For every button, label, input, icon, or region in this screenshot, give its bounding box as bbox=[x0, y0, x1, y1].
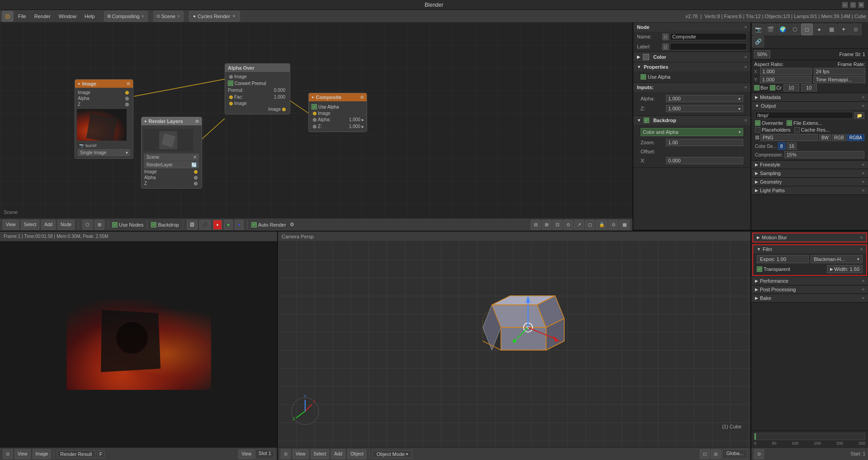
prop-icon-data[interactable]: ◻ bbox=[801, 24, 813, 35]
performance-header[interactable]: ▶ Performance ≡ bbox=[751, 277, 868, 285]
image-node-mode[interactable]: Single Image ▾ bbox=[75, 149, 133, 156]
ne-right-icon-4[interactable]: ⊙ bbox=[563, 220, 573, 230]
ne-icon-3[interactable]: ● bbox=[213, 220, 222, 230]
auto-render-check[interactable]: ✓ bbox=[251, 222, 257, 228]
menu-render[interactable]: Render bbox=[31, 11, 54, 22]
iv-view-btn[interactable]: View bbox=[14, 449, 31, 459]
ne-icon-4[interactable]: ● bbox=[224, 220, 233, 230]
vp-rt-2[interactable]: ◎ bbox=[711, 449, 721, 459]
iv-icon[interactable]: ⊙ bbox=[3, 449, 13, 459]
prop-icon-object[interactable]: ⬡ bbox=[789, 24, 801, 35]
ne-add-btn[interactable]: Add bbox=[41, 220, 56, 230]
use-nodes-check[interactable]: ✓ bbox=[112, 222, 118, 228]
ne-icon-5[interactable]: ● bbox=[235, 220, 244, 230]
placeholders-check[interactable] bbox=[755, 127, 760, 133]
rl-scene-dropdown[interactable]: Scene ✕ bbox=[144, 154, 199, 161]
depth-16-btn[interactable]: 16 bbox=[787, 142, 797, 150]
sampling-header[interactable]: ▶ Sampling ≡ bbox=[751, 169, 868, 177]
node-name-input[interactable] bbox=[670, 33, 747, 40]
window-controls[interactable]: ─ □ ✕ bbox=[842, 2, 864, 8]
vp-mode-dropdown[interactable]: Object Mode ▾ bbox=[373, 450, 412, 458]
node-label-input[interactable] bbox=[670, 43, 747, 50]
auto-render-toggle[interactable]: ✓ Auto Render bbox=[251, 222, 286, 228]
comp-z-val[interactable]: 1.000 bbox=[348, 123, 362, 129]
viewport-content[interactable]: X Y Z (1) Cube bbox=[278, 242, 750, 447]
prop-icon-texture[interactable]: ▦ bbox=[826, 24, 837, 35]
ne-mode-icon-1[interactable]: ⬡ bbox=[82, 220, 93, 230]
prop-icon-physics[interactable]: ⊙ bbox=[850, 24, 862, 35]
ne-right-icon-1[interactable]: ⊟ bbox=[531, 220, 541, 230]
convert-check[interactable]: ✓ bbox=[228, 81, 233, 86]
engine-selector[interactable]: ● Cycles Render ▼ bbox=[189, 11, 240, 22]
image-mode-dropdown[interactable]: Single Image ▾ bbox=[78, 149, 130, 156]
bw-btn[interactable]: BW bbox=[819, 134, 831, 141]
color-alpha-dropdown[interactable]: Color and Alpha ▾ bbox=[641, 128, 743, 136]
output-path-field[interactable]: /tmp/ bbox=[755, 112, 853, 119]
compression-field[interactable]: 15% bbox=[784, 151, 864, 158]
vp-object-btn[interactable]: Object bbox=[347, 449, 367, 459]
rgb-btn[interactable]: RGB bbox=[832, 134, 846, 141]
ne-right-icon-7[interactable]: 🔒 bbox=[596, 220, 608, 230]
film-header[interactable]: ▼ Film ≡ bbox=[753, 245, 866, 253]
film-expos-field[interactable]: Expos: 1.00 bbox=[757, 255, 809, 263]
format-dropdown[interactable]: PNG bbox=[760, 134, 818, 141]
menu-help[interactable]: Help bbox=[81, 11, 99, 22]
metadata-header[interactable]: ▶ Metadata ≡ bbox=[751, 93, 868, 101]
zoom-field[interactable]: 1.00 bbox=[666, 139, 743, 146]
ne-icon-2[interactable]: ⬛ bbox=[199, 220, 211, 230]
x-ratio-field[interactable]: 1.000 bbox=[760, 68, 811, 75]
motion-blur-header[interactable]: ▶ Motion Blur ≡ bbox=[753, 233, 866, 242]
overwrite-toggle[interactable]: ✓ Overwrite bbox=[755, 120, 783, 126]
backdrop-checkbox[interactable]: ✓ bbox=[644, 118, 649, 123]
rgba-btn[interactable]: RGBA bbox=[847, 134, 864, 141]
comp-alpha-val[interactable]: 1.000 bbox=[348, 117, 362, 123]
ne-right-icon-2[interactable]: ⊞ bbox=[542, 220, 552, 230]
width-field[interactable]: ▶ Width: 1.50 bbox=[827, 265, 863, 273]
vp-add-btn[interactable]: Add bbox=[331, 449, 345, 459]
menu-file[interactable]: File bbox=[14, 11, 30, 22]
output-path-icon[interactable]: 📁 bbox=[854, 112, 864, 119]
bor-check[interactable]: □ bbox=[754, 85, 760, 90]
image-node[interactable]: ● Image ⊙ Image Alpha Z bbox=[75, 79, 133, 159]
backdrop-section-header[interactable]: ▼ ✓ Backdrop ≡ bbox=[633, 116, 750, 125]
rl-layer-row[interactable]: RenderLayer 🔄 bbox=[142, 161, 202, 169]
prop-icon-material[interactable]: ● bbox=[813, 24, 825, 35]
ne-right-icon-8[interactable]: ⊙ bbox=[609, 220, 618, 230]
ne-icon-1[interactable]: 🖼 bbox=[187, 220, 198, 230]
menu-window[interactable]: Window bbox=[55, 11, 80, 22]
minimize-button[interactable]: ─ bbox=[842, 2, 848, 8]
iv-slot[interactable]: Slot 1 bbox=[255, 449, 274, 459]
ne-right-icon-5[interactable]: ↗ bbox=[574, 220, 584, 230]
iv-view-right[interactable]: View bbox=[238, 449, 255, 459]
placeholders-toggle[interactable]: Placeholders bbox=[755, 127, 791, 133]
depth-8-btn[interactable]: 8 bbox=[778, 142, 785, 150]
fps-field[interactable]: 24 fps bbox=[814, 68, 865, 75]
bake-header[interactable]: ▶ Bake ≡ bbox=[751, 294, 868, 302]
vp-select-btn[interactable]: Select bbox=[311, 449, 330, 459]
file-ext-check[interactable]: ✓ bbox=[787, 120, 792, 126]
output-header[interactable]: ▼ Output ≡ bbox=[751, 102, 868, 110]
inputs-alpha-field[interactable]: 1.000 ▸ bbox=[666, 95, 743, 102]
properties-section-header[interactable]: ▼ Properties ≡ bbox=[633, 62, 750, 71]
ne-mode-icon-2[interactable]: ⊞ bbox=[94, 220, 104, 230]
rl-layer-dropdown[interactable]: RenderLayer 🔄 bbox=[144, 161, 199, 168]
render-layers-node[interactable]: ● Render Layers ⊙ Scene ✕ bbox=[141, 117, 202, 189]
geometry-header[interactable]: ▶ Geometry ≡ bbox=[751, 178, 868, 186]
composite-node[interactable]: ● Composite ⊙ ✓ Use Alpha Image A bbox=[308, 93, 367, 132]
rl-scene-row[interactable]: Scene ✕ bbox=[142, 153, 202, 161]
y-ratio-field[interactable]: 1.000 bbox=[760, 76, 812, 83]
vp-global-label[interactable]: Globa... bbox=[722, 449, 748, 459]
backdrop-toggle[interactable]: ✓ Backdrop bbox=[151, 222, 179, 228]
cache-res-check[interactable] bbox=[794, 127, 800, 133]
cr-toggle[interactable]: □ Cr bbox=[770, 85, 782, 90]
prop-icon-scene[interactable]: 🎬 bbox=[764, 24, 776, 35]
ne-node-btn[interactable]: Node bbox=[57, 220, 75, 230]
use-nodes-toggle[interactable]: ✓ Use Nodes bbox=[112, 222, 143, 228]
maximize-button[interactable]: □ bbox=[850, 2, 856, 8]
ne-right-icon-6[interactable]: ◻ bbox=[585, 220, 595, 230]
premul-value[interactable]: 0.000 bbox=[272, 87, 287, 93]
blackman-h-dropdown[interactable]: Blackman-H... ▾ bbox=[811, 255, 863, 263]
prop-icon-particles[interactable]: ✦ bbox=[838, 24, 849, 35]
x-field[interactable]: 0.000 bbox=[666, 157, 743, 164]
freestyle-header[interactable]: ▶ Freestyle ≡ bbox=[751, 161, 868, 169]
